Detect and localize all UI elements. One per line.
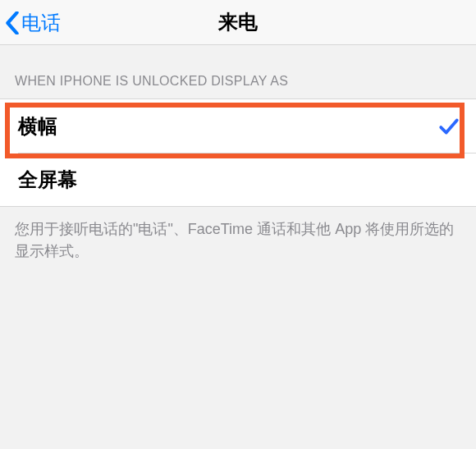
back-button[interactable]: 电话 — [5, 0, 61, 45]
checkmark-icon — [438, 116, 460, 137]
option-fullscreen[interactable]: 全屏幕 — [0, 153, 476, 206]
option-label: 全屏幕 — [18, 167, 77, 193]
option-banner[interactable]: 横幅 — [0, 99, 476, 153]
section-header: WHEN IPHONE IS UNLOCKED DISPLAY AS — [0, 74, 476, 99]
display-style-section: WHEN IPHONE IS UNLOCKED DISPLAY AS 横幅 全屏… — [0, 74, 476, 263]
chevron-left-icon — [5, 11, 20, 34]
option-label: 横幅 — [18, 113, 57, 140]
navbar: 电话 来电 — [0, 0, 476, 45]
back-label: 电话 — [21, 10, 61, 36]
page-title: 来电 — [218, 9, 258, 35]
option-list: 横幅 全屏幕 — [0, 99, 476, 207]
section-footer: 您用于接听电话的"电话"、FaceTime 通话和其他 App 将使用所选的显示… — [0, 207, 476, 263]
